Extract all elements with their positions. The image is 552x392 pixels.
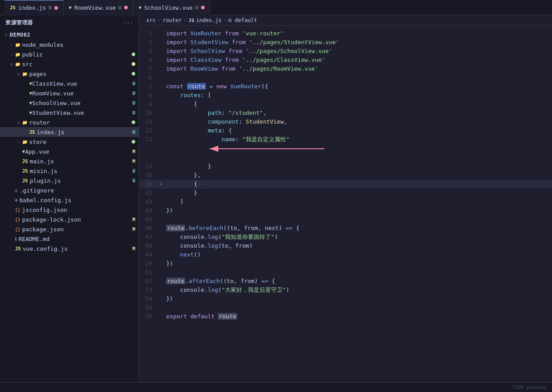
modified-dot: [132, 72, 135, 75]
tree-item-babel-config[interactable]: › ⊛ babel.config.js: [0, 195, 139, 205]
code-line-47: 47 console.log("我知道你要跳转了"): [139, 233, 552, 241]
code-line-8: 8 routes: [: [139, 91, 552, 100]
tree-item-index-js[interactable]: › JS index.js U: [0, 127, 139, 137]
tree-label: package-lock.json: [22, 216, 132, 223]
code-line-6: 6: [139, 73, 552, 82]
tree-label: src: [22, 61, 132, 68]
chevron-right-icon: ›: [9, 52, 14, 57]
tree-item-readme[interactable]: › ℹ README.md: [0, 234, 139, 244]
vue-file-icon: ▼: [29, 100, 32, 106]
code-line-10: 10 path: "/student",: [139, 109, 552, 117]
code-line-54: 54 }): [139, 294, 552, 303]
tree-item-roomview[interactable]: › ▼ RoomView.vue U: [0, 88, 139, 98]
unsaved-indicator: U: [195, 5, 198, 11]
tab-index-js[interactable]: JS index.js U: [4, 0, 64, 15]
sidebar: 资源管理器 ··· ∨ DEMO02 › 📁 node_modules › 📁 …: [0, 15, 139, 382]
code-line-13: 13 name: "我是自定义属性": [139, 135, 552, 162]
tree-item-classview[interactable]: › ▼ ClassView.vue U: [0, 79, 139, 88]
tree-item-package-lock[interactable]: › {} package-lock.json M: [0, 215, 139, 224]
tree-item-mixin-js[interactable]: › JS mixin.js U: [0, 166, 139, 176]
tree-label: store: [29, 139, 132, 145]
code-line-12: 12 meta: {: [139, 126, 552, 135]
chevron-down-icon: ∨: [16, 72, 21, 76]
tree-label: vue.config.js: [23, 245, 132, 252]
modified-badge: M: [132, 158, 135, 164]
tree-root[interactable]: ∨ DEMO02: [0, 30, 139, 40]
code-line-2: 2 import StudentView from '../pages/Stud…: [139, 38, 552, 47]
git-file-icon: ⊙: [15, 188, 18, 193]
code-line-43: 43 ]: [139, 197, 552, 206]
tree-item-vue-config[interactable]: › JS vue.config.js M: [0, 244, 139, 253]
code-line-55: 55: [139, 303, 552, 312]
tree-item-main-js[interactable]: › JS main.js M: [0, 156, 139, 166]
folder-icon: 📁: [15, 62, 20, 67]
breadcrumb-js-icon: JS: [189, 18, 194, 23]
js-file-icon: JS: [22, 158, 28, 164]
unsaved-badge: U: [132, 90, 135, 96]
folder-icon: 📁: [22, 72, 27, 76]
vue-file-icon: ▼: [139, 5, 142, 11]
js-file-icon: JS: [15, 246, 21, 252]
tree-label: package.json: [22, 226, 132, 233]
md-file-icon: ℹ: [15, 237, 17, 241]
tab-label: index.js: [18, 4, 46, 11]
tree-item-store[interactable]: › 📁 store: [0, 137, 139, 147]
tree-item-gitignore[interactable]: › ⊙ .gitignore: [0, 185, 139, 195]
tab-close-dot[interactable]: [124, 6, 128, 9]
code-line-4: 4 import ClassView from '../pages/ClassV…: [139, 56, 552, 64]
tree-item-package-json[interactable]: › {} package.json M: [0, 224, 139, 234]
tab-label: RoomView.vue: [74, 4, 116, 11]
code-line-7: 7 const route = new VueRouter({: [139, 82, 552, 91]
tab-schoolview-vue[interactable]: ▼ SchoolView.vue U: [133, 0, 210, 15]
code-line-51: 51: [139, 268, 552, 277]
breadcrumb-src: src: [146, 17, 156, 23]
tree-label: pages: [29, 71, 132, 77]
code-line-9: 9 {: [139, 100, 552, 109]
code-line-53: 53 console.log("大家好，我是后置守卫"): [139, 286, 552, 294]
tab-roomview-vue[interactable]: ▼ RoomView.vue U: [64, 0, 133, 15]
folder-icon: 📁: [15, 42, 20, 47]
tree-label: router: [29, 119, 132, 126]
unsaved-indicator: U: [118, 5, 122, 11]
tree-label: babel.config.js: [19, 197, 139, 204]
modified-dot: [132, 62, 135, 66]
root-label: DEMO02: [10, 32, 30, 38]
tab-close-dot[interactable]: [201, 6, 205, 9]
code-line-14: 14 }: [139, 162, 552, 171]
unsaved-badge: U: [132, 81, 135, 87]
chevron-down-icon: ∨: [9, 62, 14, 67]
modified-badge: M: [132, 246, 135, 252]
tree-item-studentview[interactable]: › ▼ StudentView.vue U: [0, 108, 139, 117]
tree-label: plugin.js: [30, 177, 132, 184]
tree-label: mixin.js: [30, 168, 132, 174]
tree-label: SchoolView.vue: [32, 100, 133, 106]
code-line-42: 42 }: [139, 188, 552, 197]
tree-item-schoolview[interactable]: › ▼ SchoolView.vue U: [0, 98, 139, 108]
tree-item-jsconfig[interactable]: › {} jsconfig.json: [0, 205, 139, 215]
tree-item-plugin-js[interactable]: › JS plugin.js U: [0, 176, 139, 185]
tree-label: jsconfig.json: [22, 207, 139, 213]
bottom-bar: CSDN @smobee: [0, 382, 552, 392]
tree-item-pages[interactable]: ∨ 📁 pages: [0, 69, 139, 79]
tree-item-router[interactable]: ∨ 📁 router: [0, 117, 139, 127]
vue-file-icon: ▼: [69, 5, 72, 11]
code-line-11: 11 component: StudentView,: [139, 117, 552, 126]
code-line-50: 50 }): [139, 259, 552, 268]
tree-item-app-vue[interactable]: › ▼ App.vue M: [0, 147, 139, 156]
chevron-down-icon: ∨: [4, 33, 9, 38]
json-file-icon: {}: [15, 227, 20, 232]
tab-bar: JS index.js U ▼ RoomView.vue U ▼ SchoolV…: [0, 0, 552, 15]
code-line-5: 5 import RoomView from '../pages/RoomVie…: [139, 64, 552, 73]
code-line-44: 44 }): [139, 206, 552, 215]
tree-item-public[interactable]: › 📁 public: [0, 49, 139, 59]
tab-close-dot[interactable]: [54, 6, 58, 10]
tree-item-src[interactable]: ∨ 📁 src: [0, 59, 139, 69]
editor-area: src › router › JS index.js › ⊡ default 1…: [139, 15, 552, 382]
js-file-icon: JS: [22, 168, 28, 174]
tree-label: App.vue: [25, 148, 133, 155]
chevron-down-icon: ∨: [16, 120, 21, 125]
sidebar-menu-button[interactable]: ···: [123, 20, 133, 26]
code-editor[interactable]: 1 import VueRouter from 'vue-router' 2 i…: [139, 26, 552, 382]
tree-label: RoomView.vue: [32, 90, 133, 97]
tree-item-node-modules[interactable]: › 📁 node_modules: [0, 40, 139, 49]
